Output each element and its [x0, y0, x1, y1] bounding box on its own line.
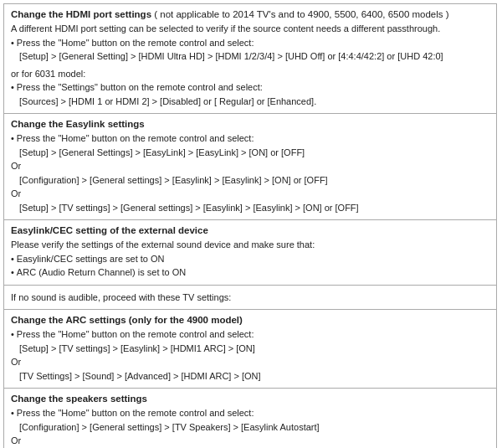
- section-easylink-settings: Change the Easylink settings•Press the "…: [4, 114, 496, 220]
- section-title-speakers-settings: Change the speakers settings: [11, 394, 489, 404]
- section-body-no-sound-note: If no sound is audible, proceed with the…: [11, 291, 489, 305]
- bullet-text: Easylink/CEC settings are set to ON: [17, 252, 165, 266]
- section-arc-settings: Change the ARC settings (only for the 49…: [4, 310, 496, 389]
- bullet-line: •ARC (Audio Return Channel) is set to ON: [11, 265, 489, 280]
- bullet-icon: •: [11, 406, 14, 420]
- section-title-easylink-settings: Change the Easylink settings: [11, 119, 489, 129]
- bullet-icon: •: [11, 327, 14, 342]
- bullet-text: Press the "Home" button on the remote co…: [17, 36, 254, 50]
- bullet-icon: •: [11, 265, 14, 280]
- bullet-icon: •: [11, 36, 14, 50]
- section-speakers-settings: Change the speakers settings•Press the "…: [4, 389, 496, 448]
- indented-text: [TV Settings] > [Sound] > [Advanced] > […: [11, 369, 489, 384]
- body-text: Please verify the settings of the extern…: [11, 238, 489, 252]
- indented-text: [Setup] > [General Setting] > [HDMI Ultr…: [11, 49, 489, 64]
- body-text: Or: [11, 159, 489, 173]
- bullet-icon: •: [11, 80, 14, 95]
- indented-text: [Configuration] > [General settings] > […: [11, 173, 489, 188]
- section-hdmi-port: Change the HDMI port settings ( not appl…: [4, 4, 496, 114]
- bullet-line: •Press the "Home" button on the remote c…: [11, 406, 489, 420]
- body-text: Or: [11, 355, 489, 369]
- bullet-icon: •: [11, 131, 14, 146]
- body-text: If no sound is audible, proceed with the…: [11, 291, 489, 305]
- indented-text: [Setup] > [General Settings] > [EasyLink…: [11, 146, 489, 160]
- section-body-hdmi-port: A different HDMI port setting can be sel…: [11, 22, 489, 108]
- bullet-line: •Press the "Settings" button on the remo…: [11, 80, 489, 95]
- bullet-text: Press the "Home" button on the remote co…: [17, 131, 254, 146]
- main-container: Change the HDMI port settings ( not appl…: [3, 3, 497, 448]
- bullet-text: Press the "Home" button on the remote co…: [17, 406, 254, 420]
- section-easylink-cec: Easylink/CEC setting of the external dev…: [4, 220, 496, 286]
- bullet-text: ARC (Audio Return Channel) is set to ON: [17, 265, 186, 280]
- indented-text: [Setup] > [TV settings] > [General setti…: [11, 201, 489, 215]
- bullet-text: Press the "Settings" button on the remot…: [17, 80, 263, 95]
- indented-text: [Sources] > [HDMI 1 or HDMI 2] > [Disabl…: [11, 95, 489, 109]
- body-text: A different HDMI port setting can be sel…: [11, 22, 489, 36]
- bullet-line: •Press the "Home" button on the remote c…: [11, 36, 489, 50]
- section-title-hdmi-port: Change the HDMI port settings ( not appl…: [11, 9, 489, 19]
- section-body-arc-settings: •Press the "Home" button on the remote c…: [11, 327, 489, 383]
- section-title-easylink-cec: Easylink/CEC setting of the external dev…: [11, 225, 489, 235]
- body-text: Or: [11, 187, 489, 201]
- bullet-line: •Easylink/CEC settings are set to ON: [11, 252, 489, 266]
- section-body-easylink-settings: •Press the "Home" button on the remote c…: [11, 131, 489, 214]
- bullet-text: Press the "Home" button on the remote co…: [17, 327, 254, 342]
- bullet-line: •Press the "Home" button on the remote c…: [11, 327, 489, 342]
- indented-text: [Configuration] > [General settings] > […: [11, 420, 489, 435]
- indented-text: [Setup] > [TV settings] > [Easylink] > […: [11, 342, 489, 356]
- section-no-sound-note: If no sound is audible, proceed with the…: [4, 286, 496, 311]
- section-body-speakers-settings: •Press the "Home" button on the remote c…: [11, 406, 489, 448]
- section-title-arc-settings: Change the ARC settings (only for the 49…: [11, 315, 489, 325]
- body-text: or for 6031 model:: [11, 67, 489, 81]
- body-text: Or: [11, 434, 489, 448]
- section-body-easylink-cec: Please verify the settings of the extern…: [11, 238, 489, 280]
- bullet-icon: •: [11, 252, 14, 266]
- bullet-line: •Press the "Home" button on the remote c…: [11, 131, 489, 146]
